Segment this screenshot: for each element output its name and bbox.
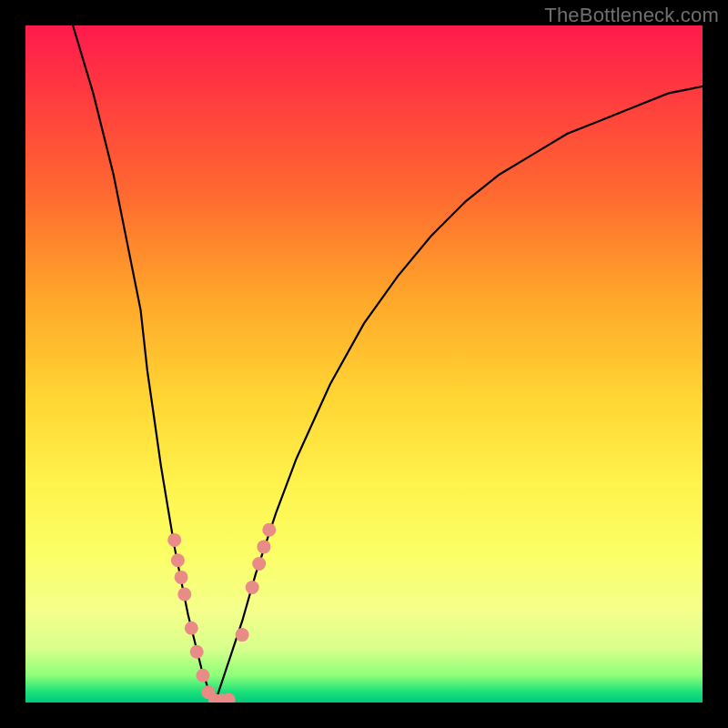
salmon-dot — [196, 669, 209, 682]
right-curve — [215, 86, 703, 703]
salmon-dot — [177, 588, 191, 602]
salmon-dot — [190, 645, 204, 659]
curve-layer — [25, 25, 703, 703]
salmon-dot — [262, 523, 276, 537]
salmon-dot — [252, 557, 266, 571]
salmon-dots-group — [167, 523, 276, 703]
salmon-dot — [246, 581, 259, 594]
chart-frame: TheBottleneck.com — [0, 0, 728, 728]
left-curve — [73, 25, 215, 703]
salmon-dot — [236, 628, 249, 642]
watermark-text: TheBottleneck.com — [544, 4, 719, 27]
salmon-dot — [185, 622, 198, 635]
salmon-dot — [167, 533, 181, 547]
plot-area — [25, 25, 703, 703]
salmon-dot — [171, 553, 185, 567]
salmon-dot — [257, 540, 270, 553]
salmon-dot — [175, 571, 188, 584]
